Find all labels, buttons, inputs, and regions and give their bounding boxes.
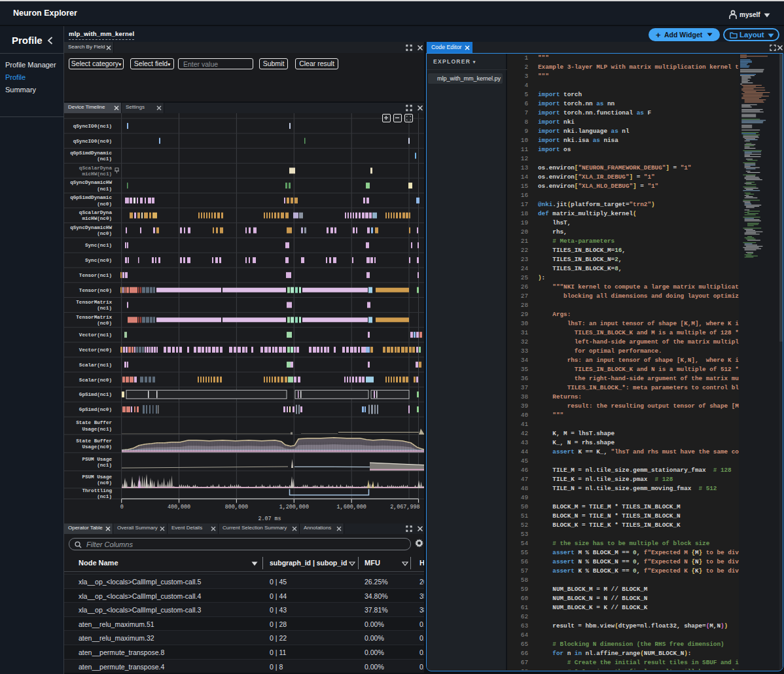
svg-text:TensorMatrix: TensorMatrix: [76, 315, 112, 320]
svg-text:qSyncDynamicHW: qSyncDynamicHW: [70, 225, 112, 230]
svg-text:(nc1): (nc1): [97, 156, 112, 162]
svg-text:(nc0): (nc0): [97, 480, 112, 486]
svg-text:qSyncIO0(nc1): qSyncIO0(nc1): [73, 124, 112, 129]
svg-text:qSyncIO0(nc0): qSyncIO0(nc0): [73, 139, 112, 144]
svg-text:TensorMatrix: TensorMatrix: [76, 300, 112, 305]
svg-text:1,600,000: 1,600,000: [337, 504, 366, 510]
svg-text:qGpSimdDynamic: qGpSimdDynamic: [70, 151, 112, 156]
svg-text:GpSimd(nc1): GpSimd(nc1): [79, 392, 112, 397]
svg-text:micHW(nc0): micHW(nc0): [82, 216, 112, 221]
svg-text:(nc0): (nc0): [97, 202, 112, 207]
svg-text:(nc1): (nc1): [97, 186, 112, 192]
svg-text:qSyncDynamicHW: qSyncDynamicHW: [70, 180, 112, 185]
svg-text:1,200,000: 1,200,000: [279, 504, 309, 510]
svg-text:GpSimd(nc0): GpSimd(nc0): [79, 407, 112, 412]
svg-text:(nc0): (nc0): [97, 321, 112, 326]
svg-text:Throttling: Throttling: [82, 488, 112, 493]
svg-text:2,067,998: 2,067,998: [390, 504, 419, 510]
svg-text:PSUM Usage: PSUM Usage: [82, 474, 112, 480]
svg-text:2.07 ms: 2.07 ms: [258, 516, 281, 522]
svg-text:Tensor(nc1): Tensor(nc1): [79, 273, 112, 278]
svg-text:800,000: 800,000: [225, 504, 248, 510]
svg-text:qGpSimdDynamic: qGpSimdDynamic: [70, 195, 112, 200]
svg-text:micHW(nc1): micHW(nc1): [82, 171, 112, 177]
svg-text:Vector(nc1): Vector(nc1): [79, 332, 112, 338]
svg-text:State Buffer: State Buffer: [76, 438, 112, 444]
svg-text:Vector(nc0): Vector(nc0): [79, 347, 112, 353]
svg-text:(nc1): (nc1): [97, 463, 112, 468]
svg-text:0: 0: [120, 504, 124, 510]
svg-text:Usage(nc0): Usage(nc0): [82, 444, 112, 450]
svg-text:Sync(nc0): Sync(nc0): [85, 258, 112, 263]
svg-text:Scalar(nc1): Scalar(nc1): [79, 363, 112, 368]
svg-text:(nc0): (nc0): [97, 231, 112, 236]
svg-text:400,000: 400,000: [168, 504, 190, 510]
svg-text:State Buffer: State Buffer: [76, 420, 112, 425]
svg-text:Tensor(nc0): Tensor(nc0): [79, 288, 112, 293]
svg-text:Sync(nc1): Sync(nc1): [85, 243, 112, 248]
svg-text:qScalarDyna: qScalarDyna: [79, 166, 113, 171]
svg-text:PSUM Usage: PSUM Usage: [82, 457, 112, 462]
svg-text:(nc1): (nc1): [97, 306, 112, 311]
svg-text:Usage(nc1): Usage(nc1): [82, 427, 112, 432]
svg-text:(nc1): (nc1): [97, 494, 112, 499]
svg-text:qScalarDyna: qScalarDyna: [79, 210, 113, 215]
svg-text:Scalar(nc0): Scalar(nc0): [79, 378, 112, 383]
